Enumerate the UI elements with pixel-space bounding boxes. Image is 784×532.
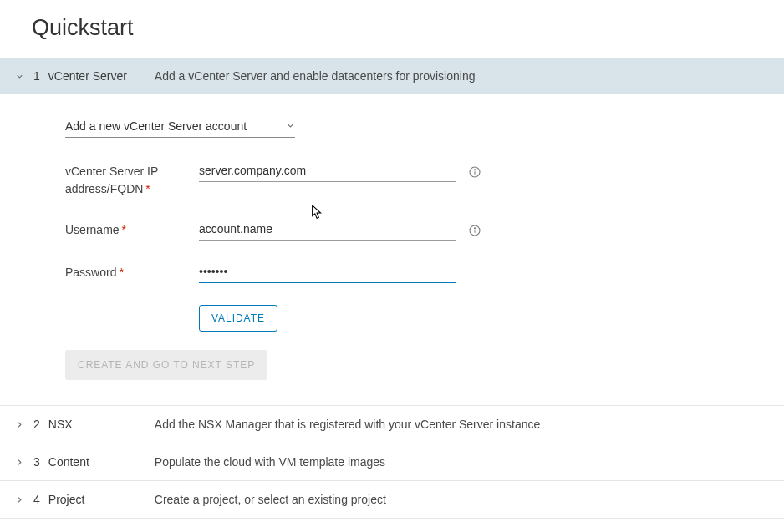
info-icon[interactable] xyxy=(468,224,481,237)
step-number: 4 xyxy=(33,493,40,506)
chevron-down-icon xyxy=(13,70,25,82)
password-label-text: Password xyxy=(65,266,116,279)
chevron-right-icon xyxy=(13,494,25,505)
step-title: vCenter Server xyxy=(48,69,155,83)
step-title: Project xyxy=(48,493,155,506)
step-header-project[interactable]: 4 Project Create a project, or select an… xyxy=(0,481,784,519)
username-label: Username* xyxy=(65,220,199,239)
chevron-right-icon xyxy=(13,456,25,468)
step-header-nsx[interactable]: 2 NSX Add the NSX Manager that is regist… xyxy=(0,406,784,443)
svg-point-5 xyxy=(474,227,475,228)
create-next-button: Create and Go to Next Step xyxy=(65,350,267,380)
step-body-vcenter: Add a new vCenter Server account vCenter… xyxy=(0,94,784,406)
step-title: NSX xyxy=(48,418,155,431)
username-label-text: Username xyxy=(65,223,120,236)
step-title: Content xyxy=(48,455,155,469)
svg-point-2 xyxy=(474,169,475,170)
validate-button[interactable]: Validate xyxy=(199,305,277,332)
required-asterisk: * xyxy=(119,266,123,279)
account-dropdown[interactable]: Add a new vCenter Server account xyxy=(65,119,295,138)
password-label: Password* xyxy=(65,262,199,281)
step-number: 3 xyxy=(33,455,40,469)
step-number: 2 xyxy=(33,418,40,431)
step-subtitle: Add the NSX Manager that is registered w… xyxy=(155,418,540,431)
username-input[interactable] xyxy=(199,220,456,241)
password-input[interactable] xyxy=(199,262,456,283)
chevron-down-icon xyxy=(286,119,295,133)
step-subtitle: Add a vCenter Server and enable datacent… xyxy=(155,69,476,83)
required-asterisk: * xyxy=(122,223,126,236)
info-icon[interactable] xyxy=(468,165,481,179)
step-number: 1 xyxy=(33,69,40,83)
step-subtitle: Create a project, or select an existing … xyxy=(155,493,386,506)
step-subtitle: Populate the cloud with VM template imag… xyxy=(155,455,385,469)
dropdown-selected-text: Add a new vCenter Server account xyxy=(65,119,247,133)
step-header-content[interactable]: 3 Content Populate the cloud with VM tem… xyxy=(0,443,784,481)
server-label-text: vCenter Server IP address/FQDN xyxy=(65,165,158,195)
required-asterisk: * xyxy=(145,182,150,195)
server-input[interactable] xyxy=(199,161,456,182)
page-title: Quickstart xyxy=(0,0,784,58)
server-label: vCenter Server IP address/FQDN* xyxy=(65,161,199,198)
chevron-right-icon xyxy=(13,418,25,430)
step-header-vcenter[interactable]: 1 vCenter Server Add a vCenter Server an… xyxy=(0,58,784,94)
